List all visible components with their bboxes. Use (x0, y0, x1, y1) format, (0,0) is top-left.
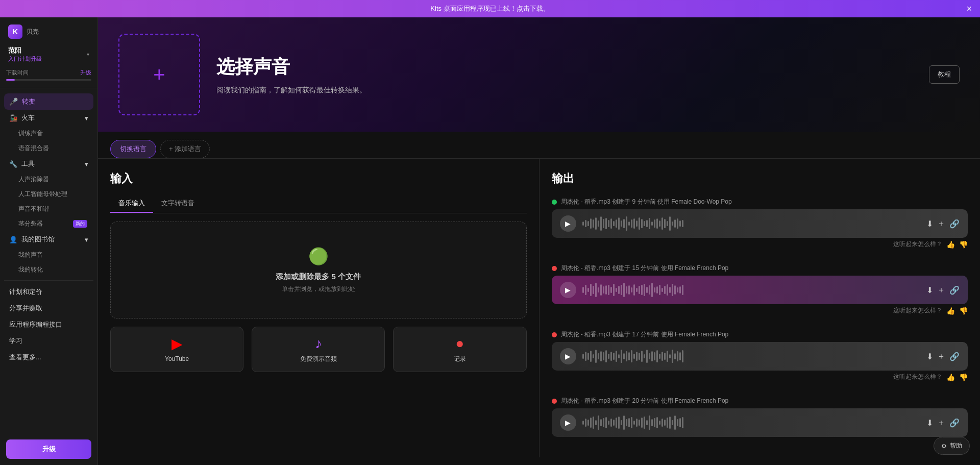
record-icon: ● (398, 335, 522, 352)
download-label: 下载时间 升级 (6, 69, 91, 77)
output-item-2-label: 周杰伦 - 稻香.mp3 创建于 15 分钟前 使用 Female French… (561, 264, 729, 273)
input-panel-title: 输入 (110, 171, 527, 186)
tab-audio-input[interactable]: 音乐输入 (110, 194, 153, 213)
train-voice-label: 训练声音 (18, 130, 43, 137)
library-icon: 👤 (9, 236, 17, 243)
tutorial-button[interactable]: 教程 (929, 65, 960, 84)
dropzone-title: 添加或删除最多 5 个文件 (123, 272, 514, 282)
dropzone[interactable]: 🟢 添加或删除最多 5 个文件 单击并浏览，或拖放到此处 (110, 222, 527, 319)
play-button-4[interactable]: ▶ (560, 414, 576, 431)
hero-upload-box[interactable]: + (118, 34, 200, 115)
source-youtube[interactable]: ▶ YouTube (110, 327, 243, 372)
link-button-4[interactable]: 🔗 (949, 418, 960, 428)
download-button-4[interactable]: ⬇ (926, 418, 933, 428)
output-item-1-label: 周杰伦 - 稻香.mp3 创建于 9 分钟前 使用 Female Doo-Wop… (561, 198, 732, 206)
hero-title: 选择声音 (216, 55, 960, 80)
sidebar-user[interactable]: 范阳 入门计划升级 ▾ (0, 42, 97, 65)
download-button-1[interactable]: ⬇ (926, 219, 933, 229)
output-item-3-header: 周杰伦 - 稻香.mp3 创建于 17 分钟前 使用 Female French… (552, 327, 968, 342)
output-item-1: 周杰伦 - 稻香.mp3 创建于 9 分钟前 使用 Female Doo-Wop… (552, 194, 968, 253)
sidebar-group-library[interactable]: 👤 我的图书馆 ▾ (4, 231, 93, 248)
sidebar-item-plan[interactable]: 计划和定价 (4, 284, 93, 300)
thumbs-up-1[interactable]: 👍 (946, 240, 955, 249)
add-button-1[interactable]: ＋ (937, 218, 945, 229)
play-button-1[interactable]: ▶ (560, 215, 576, 232)
sidebar-divider-1 (0, 88, 97, 88)
demo-audio-label: 免费演示音频 (256, 355, 380, 363)
play-button-2[interactable]: ▶ (560, 282, 576, 298)
link-button-1[interactable]: 🔗 (949, 219, 960, 229)
upgrade-button[interactable]: 升级 (6, 439, 91, 459)
sidebar-header: K 贝壳 (0, 17, 97, 42)
sidebar: K 贝壳 范阳 入门计划升级 ▾ 下载时间 升级 🎤 (0, 17, 98, 465)
sidebar-item-my-voices[interactable]: 我的声音 (4, 248, 93, 262)
sidebar-item-learn[interactable]: 学习 (4, 333, 93, 349)
link-button-3[interactable]: 🔗 (949, 352, 960, 361)
sidebar-group-train[interactable]: 🚂 火车 ▾ (4, 110, 93, 126)
tab-add-language[interactable]: + 添加语言 (160, 140, 210, 158)
add-button-4[interactable]: ＋ (937, 418, 945, 428)
sidebar-group-tools[interactable]: 🔧 工具 ▾ (4, 156, 93, 172)
thumbs-down-1[interactable]: 👎 (959, 240, 968, 249)
add-button-3[interactable]: ＋ (937, 351, 945, 362)
rating-label-1: 这听起来怎么样？ (893, 240, 942, 249)
input-tabs: 音乐输入 文字转语音 (110, 194, 527, 213)
sidebar-item-my-conversions[interactable]: 我的转化 (4, 262, 93, 277)
sidebar-item-more[interactable]: 查看更多... (4, 349, 93, 365)
player-actions-3: ⬇ ＋ 🔗 (926, 351, 960, 362)
play-button-3[interactable]: ▶ (560, 348, 576, 364)
output-item-4: 周杰伦 - 稻香.mp3 创建于 20 分钟前 使用 Female French… (552, 394, 968, 437)
record-label: 记录 (398, 355, 522, 363)
user-upgrade-link[interactable]: 入门计划升级 (8, 55, 42, 63)
banner-close-button[interactable]: × (966, 4, 972, 14)
waveform-bars-2 (582, 283, 921, 297)
sidebar-item-vocal-remover[interactable]: 人声消除器 (4, 172, 93, 187)
thumbs-up-2[interactable]: 👍 (946, 307, 955, 315)
waveform-4 (582, 414, 921, 431)
help-button[interactable]: ⚙ 帮助 (934, 437, 970, 455)
sidebar-logo: K 贝壳 (8, 25, 39, 39)
sidebar-item-ai-mastering[interactable]: 人工智能母带处理 (4, 187, 93, 202)
download-button-2[interactable]: ⬇ (926, 285, 933, 295)
user-name: 范阳 (8, 46, 42, 55)
microphone-icon: 🎤 (9, 97, 18, 106)
sidebar-item-api[interactable]: 应用程序编程接口 (4, 316, 93, 333)
download-progress-fill (6, 79, 15, 81)
download-button-3[interactable]: ⬇ (926, 352, 933, 361)
player-actions-4: ⬇ ＋ 🔗 (926, 418, 960, 428)
user-chevron-icon: ▾ (87, 52, 89, 57)
app-body: K 贝壳 范阳 入门计划升级 ▾ 下载时间 升级 🎤 (0, 17, 980, 465)
download-upgrade-link[interactable]: 升级 (80, 69, 91, 77)
hero-subtitle: 阅读我们的指南，了解如何获得最佳转换结果。 (216, 86, 960, 95)
output-rating-1: 这听起来怎么样？ 👍 👎 (552, 238, 968, 253)
sidebar-item-convert-label: 转变 (22, 97, 35, 106)
thumbs-down-3[interactable]: 👎 (959, 373, 968, 381)
output-item-2-header: 周杰伦 - 稻香.mp3 创建于 15 分钟前 使用 Female French… (552, 261, 968, 276)
sidebar-item-train-voice[interactable]: 训练声音 (4, 126, 93, 141)
sidebar-item-share[interactable]: 分享并赚取 (4, 300, 93, 316)
output-item-3: 周杰伦 - 稻香.mp3 创建于 17 分钟前 使用 Female French… (552, 327, 968, 385)
source-demo-audio[interactable]: ♪ 免费演示音频 (252, 327, 385, 372)
sidebar-item-stem[interactable]: 茎分裂器 新的 (4, 216, 93, 231)
source-record[interactable]: ● 记录 (393, 327, 526, 372)
tab-text-to-speech[interactable]: 文字转语音 (153, 194, 203, 213)
output-item-4-header: 周杰伦 - 稻香.mp3 创建于 20 分钟前 使用 Female French… (552, 394, 968, 408)
rating-label-2: 这听起来怎么样？ (893, 306, 942, 315)
source-buttons: ▶ YouTube ♪ 免费演示音频 ● 记录 (110, 327, 527, 372)
tab-switch-language[interactable]: 切换语言 (110, 140, 156, 158)
link-button-2[interactable]: 🔗 (949, 285, 960, 295)
status-dot-red-3 (552, 332, 557, 337)
audio-player-3: ▶ ⬇ ＋ 🔗 (552, 342, 968, 371)
sidebar-item-voice-mixer[interactable]: 语音混合器 (4, 141, 93, 156)
sidebar-item-convert[interactable]: 🎤 转变 (4, 93, 93, 110)
help-icon: ⚙ (941, 443, 947, 450)
sidebar-group-train-label: 火车 (21, 113, 35, 123)
new-badge: 新的 (73, 220, 87, 228)
sidebar-item-pitch[interactable]: 声音不和谐 (4, 202, 93, 216)
add-button-2[interactable]: ＋ (937, 285, 945, 296)
thumbs-down-2[interactable]: 👎 (959, 307, 968, 315)
sidebar-plan-label: 计划和定价 (9, 287, 42, 297)
output-rating-3: 这听起来怎么样？ 👍 👎 (552, 371, 968, 385)
thumbs-up-3[interactable]: 👍 (946, 373, 955, 381)
sidebar-more-label: 查看更多... (9, 353, 41, 362)
